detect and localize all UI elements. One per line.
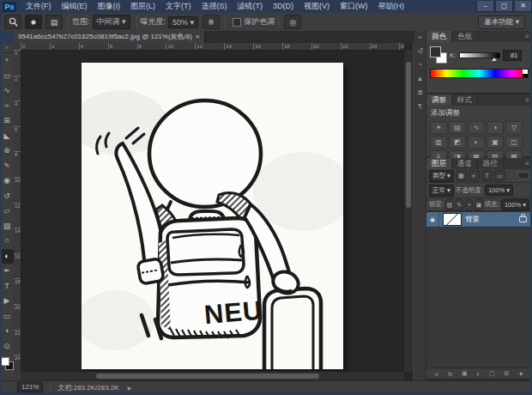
tab-layers[interactable]: 图层 [426, 158, 452, 169]
lock-position-icon[interactable]: + [465, 199, 473, 210]
minimize-button[interactable]: – [476, 1, 494, 12]
tab-styles[interactable]: 样式 [452, 94, 478, 106]
toolbar-collapse-button[interactable]: » [0, 43, 14, 53]
zoom-level-field[interactable]: 121% [17, 382, 43, 392]
clone-stamp-tool[interactable]: ◉ [0, 173, 14, 189]
lock-transparency-icon[interactable]: ▨ [445, 199, 453, 210]
crop-tool[interactable]: ⊞ [0, 113, 14, 129]
k-value-field[interactable]: 81 [503, 50, 522, 61]
move-tool[interactable]: + [0, 53, 14, 69]
brush-tool[interactable]: ✎ [0, 159, 14, 174]
eraser-tool[interactable]: ▱ [0, 204, 14, 219]
vertical-ruler[interactable]: 024681012141618202224 [14, 50, 21, 380]
black-swatch[interactable] [523, 74, 528, 78]
new-layer-icon[interactable]: ⊞ [504, 370, 509, 377]
range-select[interactable]: 中间调 ▾ [93, 15, 130, 29]
curves-icon[interactable]: ∿ [468, 121, 485, 134]
layer-effects-icon[interactable]: fx [448, 371, 452, 377]
channel-mixer-icon[interactable]: ◫ [505, 136, 523, 149]
delete-layer-icon[interactable]: ▼ [518, 371, 524, 377]
hand-tool[interactable]: ◖ [0, 324, 14, 339]
menu-file[interactable]: 文件(F) [21, 0, 57, 13]
pen-tool[interactable]: ✒ [0, 264, 14, 279]
layer-group-icon[interactable]: ▢ [489, 370, 495, 377]
menu-type[interactable]: 文字(T) [160, 0, 196, 13]
k-slider-thumb[interactable] [492, 58, 497, 61]
vertical-scroll-thumb[interactable] [406, 62, 411, 208]
exposure-select[interactable]: 50% ▾ [168, 16, 198, 28]
exposure-icon[interactable]: ◑ [487, 121, 504, 134]
menu-image[interactable]: 图像(I) [93, 0, 126, 13]
adjustment-layer-icon[interactable]: ◐ [476, 371, 480, 377]
canvas-image[interactable]: NEU [82, 63, 343, 369]
color-spectrum-ramp[interactable] [430, 69, 529, 78]
hue-saturation-icon[interactable]: ▥ [430, 136, 447, 149]
layer-row-background[interactable]: ◉ 背景 [426, 211, 532, 228]
status-expand-icon[interactable]: ▶ [128, 385, 132, 391]
dodge-tool[interactable]: ◐ [0, 249, 14, 264]
zoom-tool[interactable]: ⊙ [0, 339, 14, 355]
history-brush-tool[interactable]: ↺ [0, 189, 14, 204]
filter-toggle[interactable] [517, 172, 529, 179]
foreground-color-swatch[interactable] [430, 46, 441, 58]
tool-preset-picker[interactable] [4, 15, 21, 29]
horizontal-scroll-thumb[interactable] [96, 374, 319, 379]
airbrush-toggle-button[interactable]: ※ [203, 15, 220, 29]
filter-type-icon[interactable]: T [481, 170, 493, 181]
photo-filter-icon[interactable]: ▣ [487, 136, 504, 149]
blend-mode-select[interactable]: 正常 ▾ [429, 185, 454, 197]
marquee-tool[interactable]: ▭ [0, 69, 14, 84]
layer-mask-icon[interactable]: ▣ [462, 370, 468, 377]
horizontal-scrollbar[interactable] [21, 371, 404, 380]
horizontal-ruler[interactable]: 02468101214161820222426 [21, 43, 404, 51]
fill-field[interactable]: 100% ▾ [501, 199, 529, 210]
tab-close-icon[interactable]: × [196, 31, 200, 43]
maximize-button[interactable]: ▢ [495, 1, 513, 12]
expand-panels-icon[interactable]: « [414, 31, 426, 45]
menu-edit[interactable]: 编辑(E) [57, 0, 93, 13]
tab-adjustments[interactable]: 调整 [426, 94, 452, 106]
brush-preset-picker[interactable] [25, 15, 42, 29]
vibrance-icon[interactable]: ▽ [505, 121, 523, 134]
brightness-contrast-icon[interactable]: ☀ [430, 121, 447, 134]
tab-paths[interactable]: 路径 [478, 158, 504, 169]
lasso-tool[interactable]: ∿ [0, 83, 14, 99]
layer-thumbnail[interactable] [443, 213, 462, 226]
tablet-pressure-button[interactable]: ◎ [284, 15, 301, 29]
workspace-switcher[interactable]: 基本功能 ▾ [478, 15, 525, 29]
shape-tool[interactable]: ▭ [0, 309, 14, 325]
opacity-field[interactable]: 100% ▾ [485, 185, 513, 196]
menu-select[interactable]: 选择(S) [196, 0, 233, 13]
menu-filter[interactable]: 滤镜(T) [233, 0, 269, 13]
tab-color[interactable]: 颜色 [426, 31, 452, 42]
eyedropper-tool[interactable]: ◣ [0, 129, 14, 144]
blur-tool[interactable]: ○ [0, 234, 14, 249]
info-panel-icon[interactable]: ≣ [414, 86, 426, 100]
menu-layer[interactable]: 图层(L) [125, 0, 160, 13]
close-button[interactable]: ✕ [514, 1, 532, 12]
healing-brush-tool[interactable]: ⊕ [0, 143, 14, 159]
filter-shape-icon[interactable]: ▭ [494, 170, 505, 181]
menu-help[interactable]: 帮助(H) [373, 0, 410, 13]
vertical-scrollbar[interactable] [403, 50, 413, 372]
black-white-icon[interactable]: ◐ [468, 136, 485, 149]
filter-pixel-icon[interactable]: ▦ [456, 170, 467, 181]
levels-icon[interactable]: ▤ [449, 121, 466, 134]
color-balance-icon[interactable]: ◩ [449, 136, 466, 149]
filter-adjustment-icon[interactable]: ◐ [469, 170, 480, 181]
tab-swatches[interactable]: 色板 [452, 31, 478, 42]
navigator-panel-icon[interactable]: ▲ [414, 72, 426, 86]
tab-channels[interactable]: 通道 [452, 158, 478, 169]
lock-all-icon[interactable]: ▣ [475, 199, 482, 210]
menu-view[interactable]: 视图(V) [299, 0, 335, 13]
type-tool[interactable]: T [0, 279, 14, 295]
lock-pixels-icon[interactable]: ✎ [456, 199, 463, 210]
path-selection-tool[interactable]: ▶ [0, 294, 14, 309]
menu-window[interactable]: 窗口(W) [335, 0, 373, 13]
menu-3d[interactable]: 3D(D) [268, 0, 299, 13]
quick-selection-tool[interactable]: ≈ [0, 99, 14, 114]
gradient-tool[interactable]: ▨ [0, 219, 14, 234]
toggle-brush-panel-button[interactable]: ▤ [45, 15, 63, 29]
history-panel-icon[interactable]: ↺ [414, 45, 426, 58]
visibility-eye-icon[interactable]: ◉ [426, 212, 439, 227]
